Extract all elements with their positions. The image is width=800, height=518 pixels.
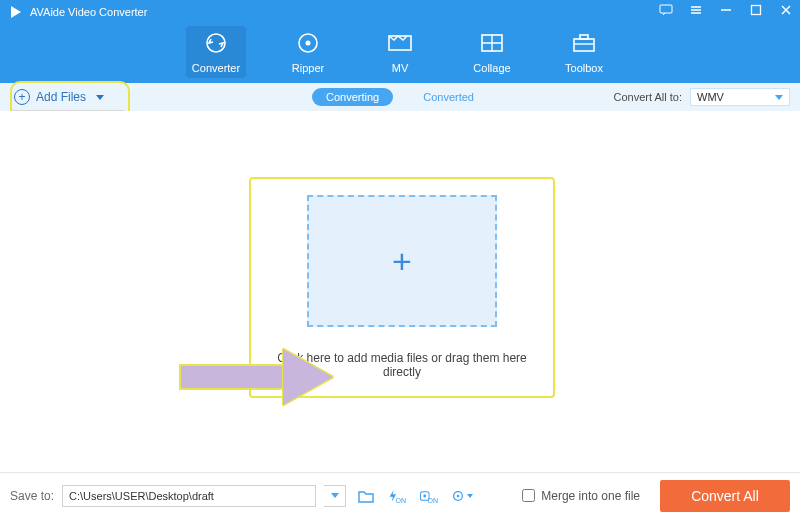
drop-zone[interactable]: + xyxy=(307,195,497,327)
ripper-icon xyxy=(283,28,333,58)
high-speed-button[interactable]: ON xyxy=(418,485,442,507)
save-path-dropdown[interactable] xyxy=(324,485,346,507)
maximize-icon[interactable] xyxy=(748,2,764,18)
main-stage: + Click here to add media files or drag … xyxy=(0,111,800,472)
sub-toolbar: Add Files Converting Converted Convert A… xyxy=(0,83,800,111)
add-files-label: Add Files xyxy=(36,90,86,104)
collage-icon xyxy=(467,28,517,58)
svg-point-5 xyxy=(306,41,311,46)
converter-icon xyxy=(191,28,241,58)
pill-converting[interactable]: Converting xyxy=(312,88,393,106)
merge-checkbox[interactable]: Merge into one file xyxy=(522,489,640,503)
tab-mv[interactable]: MV xyxy=(370,26,430,78)
tab-ripper[interactable]: Ripper xyxy=(278,26,338,78)
svg-point-13 xyxy=(457,494,460,497)
drop-area-highlight: + Click here to add media files or drag … xyxy=(249,177,555,398)
chevron-down-icon xyxy=(96,95,104,100)
app-logo-icon xyxy=(8,4,24,20)
minimize-icon[interactable] xyxy=(718,2,734,18)
tab-collage[interactable]: Collage xyxy=(462,26,522,78)
output-format-select[interactable]: WMV xyxy=(690,88,790,106)
output-format-area: Convert All to: WMV xyxy=(614,83,790,111)
pill-converted[interactable]: Converted xyxy=(409,88,488,106)
open-folder-button[interactable] xyxy=(354,485,378,507)
convert-all-button[interactable]: Convert All xyxy=(660,480,790,512)
tab-ripper-label: Ripper xyxy=(292,62,324,74)
svg-rect-1 xyxy=(660,5,672,13)
gpu-accel-button[interactable]: ON xyxy=(386,485,410,507)
titlebar: AVAide Video Converter xyxy=(0,0,800,22)
bottom-bar: Save to: C:\Users\USER\Desktop\draft ON … xyxy=(0,472,800,518)
settings-button[interactable] xyxy=(450,485,474,507)
feedback-icon[interactable] xyxy=(658,2,674,18)
chevron-down-icon xyxy=(775,95,783,100)
plus-circle-icon xyxy=(14,89,30,105)
tab-collage-label: Collage xyxy=(473,62,510,74)
save-path-value: C:\Users\USER\Desktop\draft xyxy=(69,490,214,502)
app-title: AVAide Video Converter xyxy=(30,6,147,18)
plus-icon: + xyxy=(392,242,412,281)
status-pills: Converting Converted xyxy=(312,88,488,106)
merge-checkbox-input[interactable] xyxy=(522,489,535,502)
svg-rect-9 xyxy=(580,35,588,39)
mv-icon xyxy=(375,28,425,58)
svg-point-11 xyxy=(423,494,426,497)
chevron-down-icon xyxy=(331,493,339,498)
save-path-field[interactable]: C:\Users\USER\Desktop\draft xyxy=(62,485,316,507)
convert-all-to-label: Convert All to: xyxy=(614,91,682,103)
app-header: AVAide Video Converter Converter xyxy=(0,0,800,83)
tab-converter[interactable]: Converter xyxy=(186,26,246,78)
tab-toolbox-label: Toolbox xyxy=(565,62,603,74)
window-controls xyxy=(658,2,794,18)
svg-marker-0 xyxy=(11,6,21,18)
drop-zone-hint: Click here to add media files or drag th… xyxy=(267,351,537,379)
merge-label: Merge into one file xyxy=(541,489,640,503)
svg-rect-8 xyxy=(574,39,594,51)
tab-converter-label: Converter xyxy=(192,62,240,74)
output-format-value: WMV xyxy=(697,91,724,103)
add-files-button[interactable]: Add Files xyxy=(0,83,118,111)
tab-toolbox[interactable]: Toolbox xyxy=(554,26,614,78)
save-to-label: Save to: xyxy=(10,489,54,503)
chevron-down-icon xyxy=(467,494,473,498)
svg-rect-2 xyxy=(752,6,761,15)
main-tabs: Converter Ripper MV Collage Toolbox xyxy=(0,26,800,78)
toolbox-icon xyxy=(559,28,609,58)
menu-icon[interactable] xyxy=(688,2,704,18)
close-icon[interactable] xyxy=(778,2,794,18)
tab-mv-label: MV xyxy=(392,62,409,74)
